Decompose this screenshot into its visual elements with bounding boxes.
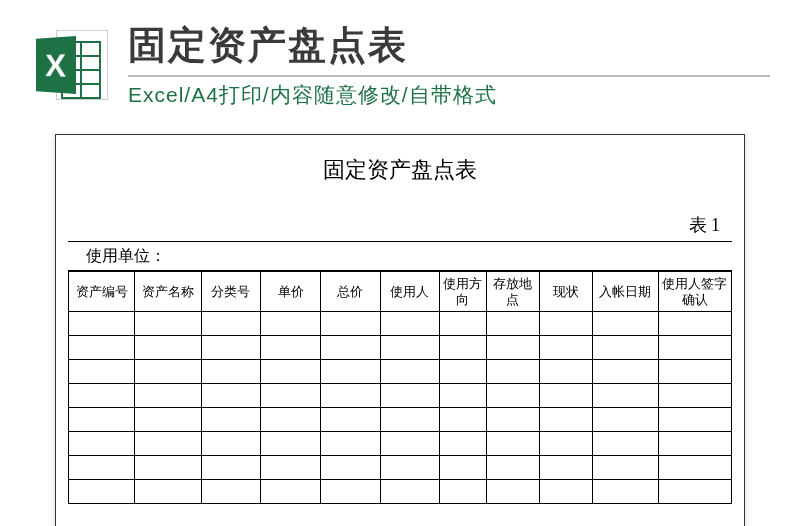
table-cell xyxy=(135,408,201,432)
table-cell xyxy=(201,336,261,360)
table-cell xyxy=(135,456,201,480)
table-cell xyxy=(135,336,201,360)
table-cell xyxy=(440,384,486,408)
template-header: X 固定资产盘点表 Excel/A4打印/内容随意修改/自带格式 xyxy=(0,0,800,124)
table-cell xyxy=(658,408,731,432)
table-cell xyxy=(69,480,135,504)
table-cell xyxy=(440,456,486,480)
table-cell xyxy=(486,408,539,432)
table-cell xyxy=(135,384,201,408)
col-header: 使用人签字确认 xyxy=(658,272,731,312)
template-title: 固定资产盘点表 xyxy=(128,20,770,77)
col-header: 存放地点 xyxy=(486,272,539,312)
table-cell xyxy=(135,360,201,384)
col-header: 资产名称 xyxy=(135,272,201,312)
col-header: 入帐日期 xyxy=(592,272,658,312)
table-cell xyxy=(135,432,201,456)
table-cell xyxy=(261,408,321,432)
table-cell xyxy=(592,360,658,384)
table-cell xyxy=(320,432,380,456)
table-cell xyxy=(539,336,592,360)
table-cell xyxy=(539,456,592,480)
table-cell xyxy=(261,312,321,336)
excel-x-letter: X xyxy=(45,45,66,83)
table-cell xyxy=(320,408,380,432)
table-cell xyxy=(658,456,731,480)
table-cell xyxy=(380,408,440,432)
table-cell xyxy=(539,384,592,408)
table-cell xyxy=(261,480,321,504)
table-row xyxy=(69,432,732,456)
document-title: 固定资产盘点表 xyxy=(56,155,744,185)
table-cell xyxy=(201,312,261,336)
table-cell xyxy=(69,456,135,480)
table-cell xyxy=(592,384,658,408)
table-cell xyxy=(320,336,380,360)
table-row xyxy=(69,384,732,408)
table-row xyxy=(69,408,732,432)
table-cell xyxy=(380,336,440,360)
table-cell xyxy=(440,480,486,504)
table-cell xyxy=(320,312,380,336)
table-cell xyxy=(261,384,321,408)
table-cell xyxy=(440,432,486,456)
table-cell xyxy=(380,480,440,504)
table-cell xyxy=(69,408,135,432)
col-header: 资产编号 xyxy=(69,272,135,312)
table-cell xyxy=(201,432,261,456)
table-cell xyxy=(320,480,380,504)
table-cell xyxy=(261,336,321,360)
table-cell xyxy=(486,456,539,480)
table-cell xyxy=(539,312,592,336)
table-cell xyxy=(539,360,592,384)
table-cell xyxy=(440,408,486,432)
table-cell xyxy=(486,312,539,336)
table-row xyxy=(69,312,732,336)
unit-label: 使用单位： xyxy=(86,247,166,264)
table-cell xyxy=(539,432,592,456)
table-cell xyxy=(380,432,440,456)
table-cell xyxy=(658,480,731,504)
table-row xyxy=(69,336,732,360)
table-cell xyxy=(440,312,486,336)
table-cell xyxy=(539,408,592,432)
table-cell xyxy=(658,432,731,456)
document-preview: 固定资产盘点表 表 1 使用单位： 资产编号 资产名称 分类号 单价 总价 使用… xyxy=(55,134,745,526)
table-cell xyxy=(592,480,658,504)
table-cell xyxy=(69,432,135,456)
table-cell xyxy=(69,312,135,336)
table-cell xyxy=(69,384,135,408)
table-cell xyxy=(440,336,486,360)
table-cell xyxy=(380,384,440,408)
table-row xyxy=(69,456,732,480)
table-row xyxy=(69,480,732,504)
col-header: 现状 xyxy=(539,272,592,312)
table-row xyxy=(69,360,732,384)
table-cell xyxy=(592,456,658,480)
table-cell xyxy=(135,312,201,336)
table-cell xyxy=(486,432,539,456)
table-cell xyxy=(592,408,658,432)
table-cell xyxy=(201,360,261,384)
table-cell xyxy=(135,480,201,504)
table-cell xyxy=(486,384,539,408)
table-cell xyxy=(486,360,539,384)
table-cell xyxy=(201,408,261,432)
col-header: 使用人 xyxy=(380,272,440,312)
table-cell xyxy=(658,336,731,360)
excel-icon: X xyxy=(30,26,108,104)
table-cell xyxy=(261,360,321,384)
table-cell xyxy=(486,480,539,504)
col-header: 分类号 xyxy=(201,272,261,312)
table-cell xyxy=(592,432,658,456)
table-cell xyxy=(380,456,440,480)
table-cell xyxy=(261,432,321,456)
table-cell xyxy=(658,360,731,384)
col-header: 总价 xyxy=(320,272,380,312)
table-cell xyxy=(320,360,380,384)
table-cell xyxy=(320,384,380,408)
col-header: 单价 xyxy=(261,272,321,312)
table-cell xyxy=(261,456,321,480)
template-subtitle: Excel/A4打印/内容随意修改/自带格式 xyxy=(128,81,770,109)
table-cell xyxy=(539,480,592,504)
